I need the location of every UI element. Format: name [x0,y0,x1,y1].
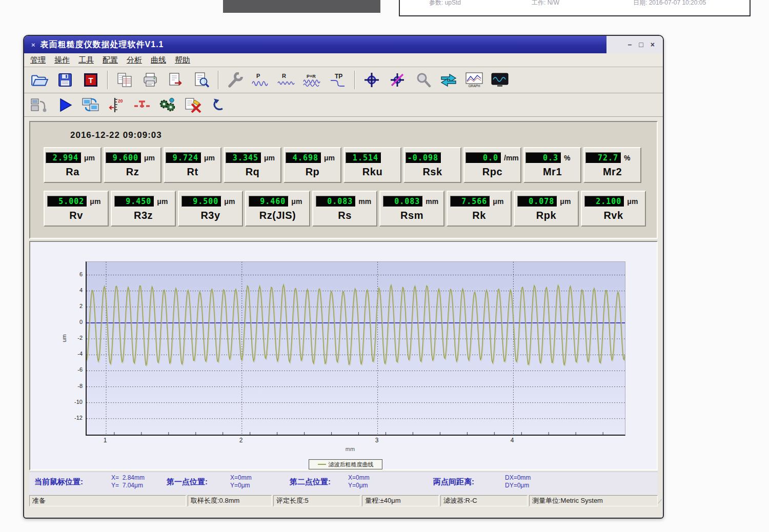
undo-button[interactable] [208,94,230,116]
status-segment-2: 评定长度:5 [273,495,360,506]
x-tick-label: 3 [371,437,383,444]
report-t-button[interactable]: T [79,69,102,91]
resize-grip[interactable]: ⟋ [658,498,662,505]
motor-gears-button[interactable] [156,94,179,116]
maximize-button[interactable]: □ [639,41,643,48]
menu-item-3[interactable]: 配置 [103,55,118,65]
menu-item-1[interactable]: 操作 [54,55,70,65]
print-icon [141,72,159,88]
y-tick-label: 2 [69,303,83,309]
graph-button[interactable]: GRAPH [463,69,485,91]
legend-line-swatch [318,464,326,465]
metric-rk: 7.566μmRk [447,191,512,227]
metric-r3y: 9.500μmR3y [178,191,243,227]
start-measure-button[interactable] [54,94,76,116]
metric-unit: μm [157,197,172,206]
metrics-row-1: 2.994μmRa9.600μmRz9.724μmRt3.345μmRq4.69… [44,147,641,183]
crosshair-icon [363,72,380,88]
profile-p-button[interactable]: P [250,69,272,91]
center-line-button[interactable] [131,94,153,116]
undo-icon [211,97,227,113]
metrics-row-2: 5.002μmRv9.450μmR3z9.500μmR3y9.460μmRz(J… [44,191,646,227]
svg-text:GRAPH: GRAPH [468,84,480,88]
metric-rq: 3.345μmRq [224,147,281,183]
menu-item-6[interactable]: 帮助 [175,55,190,65]
metric-unit: μm [560,197,575,206]
ruler-button[interactable]: 20 [105,94,128,116]
svg-text:TP: TP [335,73,342,80]
motor-gears-icon [158,97,177,113]
toolbar-separator [354,71,355,89]
crosshair-button[interactable] [360,69,383,91]
metric-name: Rvk [582,210,645,221]
export-button[interactable] [165,69,187,91]
cursor-info-values-1: X=0mm Y=0μm [230,474,252,489]
title-bar[interactable]: × 表面粗糙度仪数据处理软件V1.1 – □ × [24,36,663,53]
metric-value-lcd: 9.450 [114,196,155,207]
close-button[interactable]: × [651,41,655,48]
metric-unit: % [564,154,579,162]
display-button[interactable] [489,69,511,91]
cursor-info-values-2: X=0mm Y=0μm [348,474,370,489]
y-tick-label: 0 [69,319,83,325]
print-button[interactable] [139,69,161,91]
delete-data-button[interactable] [182,94,205,116]
copy-table-icon [116,72,133,88]
copy-table-button[interactable] [113,69,136,91]
metric-name: Rv [45,210,108,221]
x-axis-label: mm [340,446,360,452]
metric-unit: % [624,154,639,162]
metric-unit: μm [144,154,159,162]
save-file-button[interactable] [54,69,76,91]
metric-ra: 2.994μmRa [44,147,102,183]
swap-curves-button[interactable] [437,69,460,91]
minimize-button[interactable]: – [628,41,632,48]
export-icon [167,72,185,88]
metric-unit: μm [84,154,99,162]
menu-item-0[interactable]: 管理 [30,55,46,65]
roughness-profile-plot[interactable] [86,261,625,436]
profile-r-icon: R [277,72,296,88]
menu-item-2[interactable]: 工具 [78,55,94,65]
metric-value-lcd: 0.083 [383,196,423,207]
open-file-button[interactable] [28,69,51,91]
profile-r-button[interactable]: R [275,69,298,91]
print-preview-icon [193,72,210,88]
zoom-icon [415,72,431,88]
data-transfer-button[interactable] [79,94,102,116]
metric-rku: 1.514Rku [343,147,401,183]
y-tick-label: 4 [69,287,83,293]
menu-item-4[interactable]: 分析 [127,55,142,65]
profile-pr-button[interactable]: P+R [301,69,323,91]
cursor-info-label-1: 第一点位置: [167,477,208,487]
y-axis-label: um [61,334,67,342]
profile-tp-button[interactable]: TP [327,69,349,91]
svg-text:P+R: P+R [307,74,316,79]
metric-name: Rk [448,210,511,221]
partial-window-text: 日期: 2016-07-07 10:20:05 [633,0,706,7]
cursor-info-values-3: DX=0mm DY=0μm [505,474,531,489]
status-segment-1: 取样长度:0.8mm [188,495,272,506]
crosshair-off-button[interactable] [386,69,409,91]
x-tick-label: 2 [235,437,247,444]
metric-name: Rpc [464,166,520,178]
swap-curves-icon [439,72,458,88]
status-segment-3: 量程:±40μm [362,495,439,506]
metric-name: Rz(JIS) [246,210,309,221]
settings-wrench-button[interactable] [224,69,247,91]
metric-name: Mr2 [584,166,640,178]
y-tick-label: -12 [69,415,83,421]
metric-name: R3y [179,210,242,221]
app-window: × 表面粗糙度仪数据处理软件V1.1 – □ × 管理操作工具配置分析曲线帮助 … [23,35,664,519]
window-controls: – □ × [606,36,663,53]
metric-unit: μm [90,197,105,206]
print-preview-button[interactable] [190,69,213,91]
device-connect-button[interactable] [28,94,51,116]
menu-item-5[interactable]: 曲线 [151,55,166,65]
desktop: 参数: upStd 工作: N/W 日期: 2016-07-07 10:20:0… [0,0,769,532]
metric-value-lcd: 9.500 [181,196,222,207]
zoom-button[interactable] [412,69,434,91]
metric-unit: /mm [504,154,519,162]
y-tick-label: 6 [69,271,83,277]
chart-legend: 滤波后粗糙度曲线 [309,459,382,469]
